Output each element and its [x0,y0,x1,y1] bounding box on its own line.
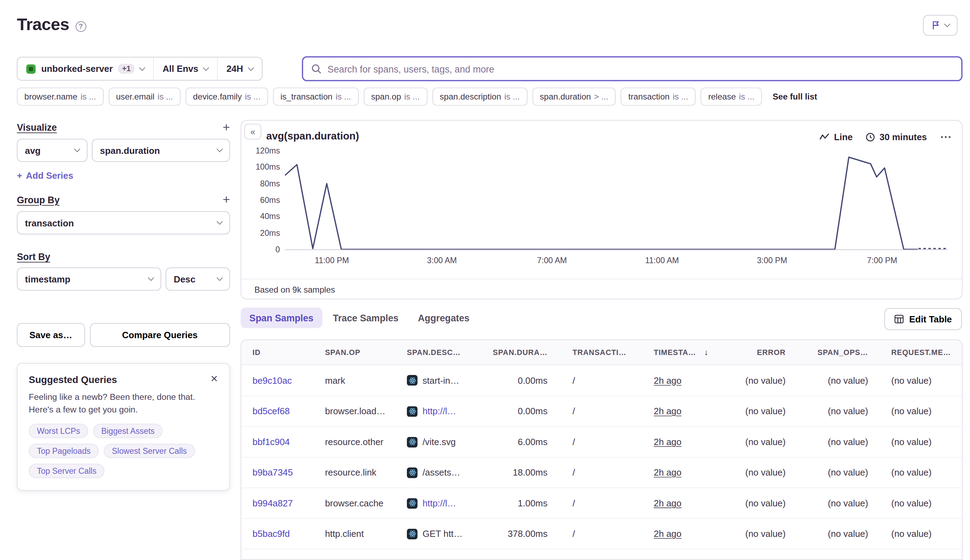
timestamp-link[interactable]: 2h ago [654,406,682,416]
span-description[interactable]: GET htt… [423,529,463,539]
span-op-cell: resource.link [325,467,407,478]
column-header[interactable]: ERROR [729,348,788,357]
timestamp-link[interactable]: 2h ago [654,498,682,508]
collapse-sidebar-button[interactable]: « [244,124,261,140]
span-id-link[interactable]: bd5cef68 [253,406,290,416]
column-header[interactable]: REQUEST.ME… [870,348,963,357]
column-header[interactable]: ID [253,348,325,357]
page-header: Traces ? [17,15,86,34]
chevron-down-icon [944,21,950,27]
column-header[interactable]: SPAN.DURA… [491,348,566,357]
transaction-cell: / [566,437,648,447]
add-series-link[interactable]: + Add Series [17,171,230,181]
table-row[interactable]: b41bfb26 resource.iframe https://… 276.0… [241,549,962,560]
filter-suggestion-chip[interactable]: transaction is ... [621,88,696,106]
span-description[interactable]: http://l… [423,406,456,416]
filter-suggestion-chip[interactable]: span.op is ... [363,88,427,106]
span-id-link[interactable]: b5bac9fd [253,529,290,539]
timestamp-link[interactable]: 2h ago [654,437,682,447]
span-duration-cell: 0.00ms [491,406,566,416]
column-header[interactable]: TIMESTA…↓ [648,348,729,357]
save-as-button[interactable]: Save as… [17,323,85,347]
timestamp-link[interactable]: 2h ago [654,375,682,385]
span-id-link[interactable]: b994a827 [253,498,293,508]
filter-suggestion-chip[interactable]: span.description is ... [432,88,527,106]
close-icon[interactable]: ✕ [210,373,218,385]
platform-atom-icon [407,375,417,385]
help-icon[interactable]: ? [75,21,86,32]
chart-menu-button[interactable]: ⋯ [940,130,952,144]
interval-selector[interactable]: 30 minutes [866,132,927,142]
see-full-list-button[interactable]: See full list [767,92,823,101]
chevron-down-icon [217,218,223,225]
suggested-queries-title: Suggested Queries [29,374,117,385]
suggested-query-chip[interactable]: Top Pageloads [29,444,99,458]
sort-desc-icon[interactable]: ↓ [704,348,708,357]
time-range-selector[interactable]: 24H [217,57,262,80]
add-visualize-button[interactable]: + [223,120,230,133]
request-method-cell: (no value) [870,437,963,447]
project-selector[interactable]: unborked-server +1 [18,57,153,80]
filter-key: release [708,92,736,101]
suggested-query-chip[interactable]: Top Server Calls [29,463,105,478]
filter-condition: is ... [504,92,520,101]
edit-table-button[interactable]: Edit Table [884,308,962,330]
y-axis-label: 0 [244,245,280,254]
interval-label: 30 minutes [880,132,927,142]
search-input[interactable] [328,63,953,74]
clock-icon [866,132,875,142]
filter-suggestion-chip[interactable]: release is ... [701,88,762,106]
filter-suggestion-chip[interactable]: is_transaction is ... [273,88,358,106]
tab-span-samples[interactable]: Span Samples [241,307,322,328]
suggested-query-chip[interactable]: Biggest Assets [93,424,163,438]
suggested-query-chip[interactable]: Slowest Server Calls [104,444,195,458]
page-title: Traces [17,15,69,34]
span-desc-cell: /assets… [407,467,491,478]
timestamp-link[interactable]: 2h ago [654,529,682,539]
tab-aggregates[interactable]: Aggregates [409,307,478,328]
filter-suggestion-chip[interactable]: browser.name is ... [17,88,103,106]
table-row[interactable]: b5bac9fd http.client GET htt… 378.00ms /… [241,518,962,549]
filter-suggestion-chip[interactable]: span.duration > ... [532,88,616,106]
chart-type-selector[interactable]: Line [820,132,853,142]
sort-field-select[interactable]: timestamp [17,267,161,290]
filter-suggestion-chip[interactable]: user.email is ... [108,88,181,106]
feedback-menu-button[interactable] [923,15,957,36]
span-ops-cell: (no value) [788,529,870,539]
table-row[interactable]: bbf1c904 resource.other /vite.svg 6.00ms… [241,426,962,457]
table-row[interactable]: b994a827 browser.cache http://l… 1.00ms … [241,487,962,518]
timestamp-link[interactable]: 2h ago [654,467,682,478]
search-bar[interactable] [302,57,962,81]
column-header[interactable]: SPAN.DESC… [407,348,491,357]
table-row[interactable]: bd5cef68 browser.load… http://l… 0.00ms … [241,396,962,426]
table-grid-icon [894,314,904,324]
span-id-link[interactable]: be9c10ac [253,375,292,385]
table-row[interactable]: be9c10ac mark start-in… 0.00ms / 2h ago … [241,365,962,396]
plus-icon: + [17,171,22,181]
suggested-query-chip[interactable]: Worst LCPs [29,424,88,438]
span-id-link[interactable]: b9ba7345 [253,467,293,478]
field-select[interactable]: span.duration [92,139,230,162]
add-group-by-button[interactable]: + [223,193,230,206]
project-avatar-icon [26,64,36,73]
aggregate-select[interactable]: avg [17,139,88,162]
filter-suggestion-chip[interactable]: device.family is ... [185,88,268,106]
span-description[interactable]: http://l… [423,498,456,508]
y-axis-label: 120ms [244,146,280,155]
compare-queries-button[interactable]: Compare Queries [90,323,230,347]
aggregate-value: avg [25,145,41,156]
span-description[interactable]: /vite.svg [423,437,456,447]
group-by-select[interactable]: transaction [17,211,230,235]
column-header[interactable]: TRANSACTI… [566,348,648,357]
span-description[interactable]: start-in… [423,375,459,385]
span-description[interactable]: /assets… [423,467,460,478]
chevron-down-icon [217,275,223,281]
column-header[interactable]: SPAN_OPS… [788,348,870,357]
column-header[interactable]: SPAN.OP [325,348,407,357]
span-desc-cell: start-in… [407,375,491,385]
sort-direction-select[interactable]: Desc [166,267,230,290]
tab-trace-samples[interactable]: Trace Samples [324,307,407,328]
environment-selector[interactable]: All Envs [153,57,217,80]
span-id-link[interactable]: bbf1c904 [253,437,290,447]
table-row[interactable]: b9ba7345 resource.link /assets… 18.00ms … [241,457,962,487]
